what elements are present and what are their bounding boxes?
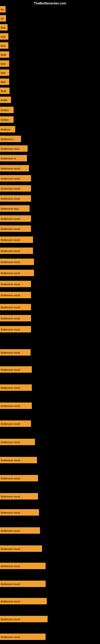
bottleneck-item: Bottleneck result: [0, 215, 31, 222]
bottleneck-item: Bottleneck result: [0, 616, 48, 622]
bottleneck-item: Bo: [0, 15, 6, 22]
site-title: TheBottlenecker.com: [34, 2, 66, 5]
bottleneck-item: Bott: [0, 42, 8, 49]
bottleneck-item: Bottleneck result: [0, 598, 47, 604]
bottleneck-item: Bottleneck resu: [0, 205, 30, 212]
bottleneck-item: Bott: [0, 33, 8, 40]
bottleneck-item: Bottlene: [0, 126, 15, 132]
bottleneck-item: Bottleneck result: [0, 546, 42, 552]
bottleneck-item: Bottleneck result: [0, 384, 32, 391]
bottleneck-item: Bottleneck result: [0, 281, 31, 287]
bottleneck-item: Bottleneck result: [0, 349, 31, 356]
bottleneck-item: Bottleneck result: [0, 226, 31, 232]
bottleneck-item: Bottleneck result: [0, 258, 34, 265]
bottleneck-item: Bottleneck result: [0, 185, 31, 192]
bottleneck-item: Bottleneck result: [0, 366, 32, 373]
bottleneck-item: Bottleneck result: [0, 165, 29, 172]
bottleneck-item: Bottleneck result: [0, 634, 46, 640]
bottleneck-item: Bottleneck result: [0, 402, 32, 409]
bottleneck-item: Bottleneck result: [0, 420, 31, 427]
bottleneck-item: Bottleneck result: [0, 315, 31, 322]
bottleneck-item: Bottleneck result: [0, 439, 35, 445]
bottleneck-item: Bottleneck result: [0, 493, 38, 500]
bottleneck-item: Bottleneck result: [0, 248, 33, 254]
bottleneck-item: Bottleneck result: [0, 527, 40, 534]
bottleneck-item: Bottleneck result: [0, 270, 34, 276]
bottleneck-item: Bottleneck result: [0, 475, 38, 482]
bottleneck-item: Bottleneck result: [0, 292, 31, 298]
bottleneck-item: Bott: [0, 70, 9, 76]
bottleneck-item: Bottl: [0, 51, 9, 58]
bottleneck-item: Bottl: [0, 88, 10, 94]
bottleneck-item: Bottle: [0, 96, 11, 103]
bottleneck-item: Bottleneck result: [0, 509, 39, 516]
bottleneck-item: Bottleneck result: [0, 563, 46, 569]
bottleneck-item: Bott: [0, 78, 9, 85]
bottleneck-item: Bottleneck result: [0, 195, 31, 202]
bottleneck-item: Bo: [0, 6, 6, 12]
bottleneck-item: Bott: [0, 24, 8, 30]
bottleneck-item: Bottlen: [0, 116, 14, 123]
bottleneck-item: Bottleneck result: [0, 457, 37, 463]
bottleneck-item: Bottleneck result: [0, 326, 31, 332]
bottleneck-item: Bottleneck resul: [0, 145, 28, 152]
bottleneck-item: Bottlen: [0, 107, 14, 113]
bottleneck-item: Bottleneck r: [0, 136, 21, 142]
bottleneck-item: Bottleneck result: [0, 580, 46, 587]
bottleneck-item: Bottleneck result: [0, 236, 33, 243]
bottleneck-item: Bott: [0, 60, 9, 67]
bottleneck-item: Bottleneck re: [0, 155, 27, 162]
bottleneck-item: Bottleneck result: [0, 175, 31, 182]
bottleneck-item: Bottleneck result: [0, 304, 31, 310]
